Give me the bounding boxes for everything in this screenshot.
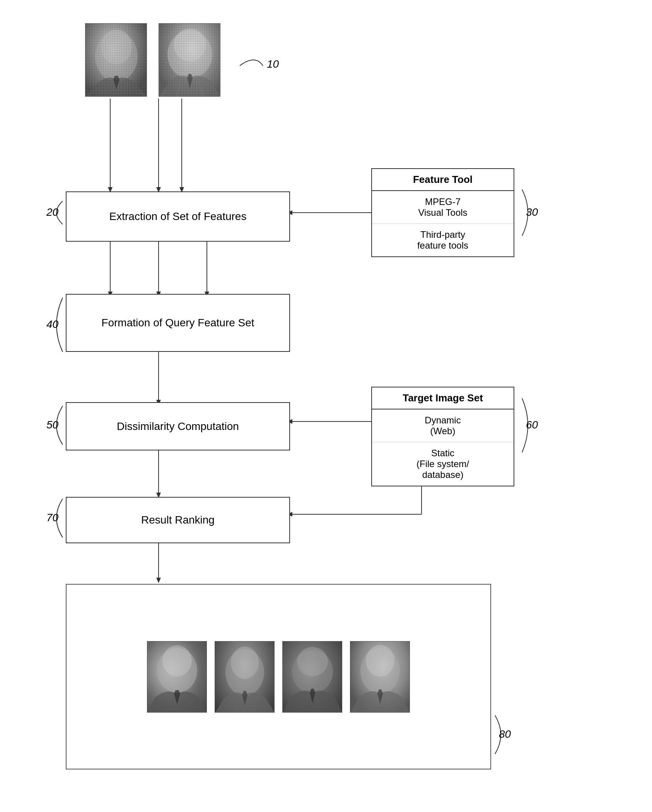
input-images: [85, 23, 220, 97]
svg-point-36: [167, 31, 212, 78]
target-static: Static(File system/database): [372, 442, 514, 486]
target-image-panel: Target Image Set Dynamic(Web) Static(Fil…: [371, 387, 514, 486]
input-face-1: [85, 23, 147, 97]
svg-point-33: [95, 31, 138, 82]
formation-box: Formation of Query Feature Set: [66, 294, 290, 352]
result-image-1: [147, 641, 207, 713]
dissimilarity-box: Dissimilarity Computation: [66, 402, 290, 450]
svg-point-37: [174, 29, 206, 61]
result-image-3: [282, 641, 342, 713]
result-ranking-box: Result Ranking: [66, 497, 290, 543]
svg-marker-18: [156, 578, 161, 583]
target-image-title: Target Image Set: [372, 387, 514, 409]
svg-point-47: [366, 645, 394, 677]
feature-tool-thirdparty: Third-partyfeature tools: [372, 224, 514, 256]
result-image-2: [215, 641, 275, 713]
svg-text:10: 10: [267, 58, 279, 70]
feature-tool-panel: Feature Tool MPEG-7Visual Tools Third-pa…: [371, 168, 514, 257]
svg-point-41: [162, 645, 192, 676]
feature-tool-title: Feature Tool: [372, 169, 514, 191]
svg-text:30: 30: [526, 206, 538, 218]
svg-point-45: [297, 647, 328, 676]
svg-line-39: [198, 78, 203, 97]
extraction-label: Extraction of Set of Features: [109, 210, 247, 223]
svg-text:20: 20: [46, 206, 59, 218]
svg-text:40: 40: [46, 318, 59, 330]
svg-point-34: [101, 29, 132, 64]
result-image-4: [350, 641, 410, 713]
diagram-container: 10: [39, 15, 599, 797]
results-box: [66, 584, 491, 769]
svg-text:60: 60: [526, 419, 538, 431]
svg-text:50: 50: [46, 419, 59, 431]
target-dynamic: Dynamic(Web): [372, 409, 514, 442]
svg-point-43: [231, 647, 259, 679]
svg-rect-35: [85, 24, 147, 97]
svg-text:80: 80: [499, 728, 511, 740]
dissimilarity-label: Dissimilarity Computation: [117, 420, 239, 433]
svg-line-38: [176, 78, 182, 97]
extraction-box: Extraction of Set of Features: [66, 191, 290, 242]
feature-tool-mpeg7: MPEG-7Visual Tools: [372, 191, 514, 224]
input-face-2: [159, 23, 220, 97]
result-ranking-label: Result Ranking: [141, 514, 215, 526]
svg-text:70: 70: [46, 512, 59, 524]
formation-label: Formation of Query Feature Set: [101, 317, 254, 329]
